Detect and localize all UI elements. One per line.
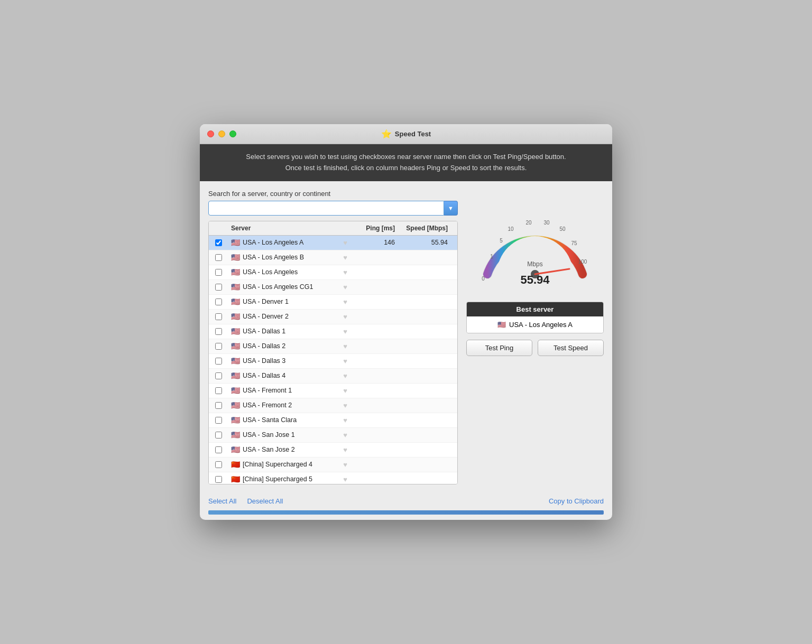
row-checkbox-cell <box>209 444 228 455</box>
header-line1: Select servers you wish to test using ch… <box>210 152 602 163</box>
favorite-icon[interactable]: ♥ <box>343 402 347 409</box>
table-header: Server Ping [ms] Speed [Mbps] <box>209 221 457 236</box>
favorite-icon[interactable]: ♥ <box>343 283 347 291</box>
row-server-cell: 🇺🇸 USA - Dallas 4 ♥ <box>228 370 350 382</box>
favorite-icon[interactable]: ♥ <box>343 313 347 321</box>
copy-clipboard-button[interactable]: Copy to Clipboard <box>549 497 604 505</box>
deselect-all-button[interactable]: Deselect All <box>247 497 283 505</box>
favorite-icon[interactable]: ♥ <box>343 475 347 483</box>
close-button[interactable] <box>207 130 214 137</box>
th-extra <box>451 225 457 232</box>
row-speed-cell: 55.94 <box>398 237 451 248</box>
row-speed-cell <box>398 403 451 407</box>
best-server-flag: 🇺🇸 <box>497 321 506 329</box>
row-checkbox[interactable] <box>215 358 222 365</box>
row-checkbox-cell <box>209 356 228 367</box>
row-checkbox[interactable] <box>215 402 222 409</box>
row-scroll-cell <box>451 285 457 289</box>
row-speed-cell <box>398 270 451 274</box>
row-checkbox[interactable] <box>215 432 222 438</box>
right-panel: 0 1 5 10 20 30 50 75 100 <box>466 190 604 484</box>
row-ping-cell <box>350 403 398 407</box>
favorite-icon[interactable]: ♥ <box>343 461 347 469</box>
maximize-button[interactable] <box>229 130 236 137</box>
row-scroll-cell <box>451 329 457 333</box>
row-checkbox[interactable] <box>215 476 222 483</box>
row-checkbox[interactable] <box>215 461 222 468</box>
header-banner: Select servers you wish to test using ch… <box>200 144 612 181</box>
row-server-cell: 🇺🇸 USA - Dallas 1 ♥ <box>228 325 350 338</box>
row-scroll-cell <box>451 359 457 363</box>
table-row: 🇨🇳 [China] Supercharged 4 ♥ <box>209 458 457 472</box>
favorite-icon[interactable]: ♥ <box>343 328 347 335</box>
row-checkbox-cell <box>209 237 228 248</box>
row-server-cell: 🇨🇳 [China] Supercharged 5 ♥ <box>228 473 350 484</box>
row-scroll-cell <box>451 418 457 422</box>
row-ping-cell <box>350 447 398 452</box>
row-speed-cell <box>398 329 451 333</box>
row-checkbox[interactable] <box>215 254 222 261</box>
test-ping-button[interactable]: Test Ping <box>466 340 532 356</box>
action-buttons: Test Ping Test Speed <box>466 340 604 356</box>
row-checkbox-cell <box>209 282 228 293</box>
row-checkbox[interactable] <box>215 269 222 276</box>
row-checkbox[interactable] <box>215 387 222 394</box>
svg-text:75: 75 <box>571 240 577 246</box>
left-panel: Search for a server, country or continen… <box>208 190 458 484</box>
test-speed-button[interactable]: Test Speed <box>538 340 604 356</box>
favorite-icon[interactable]: ♥ <box>343 372 347 380</box>
server-table: Server Ping [ms] Speed [Mbps] 🇺🇸 USA - L… <box>208 221 458 484</box>
row-server-cell: 🇺🇸 USA - San Jose 2 ♥ <box>228 444 350 456</box>
row-checkbox[interactable] <box>215 343 222 350</box>
best-server-value: 🇺🇸 USA - Los Angeles A <box>467 316 603 333</box>
favorite-icon[interactable]: ♥ <box>343 254 347 262</box>
table-row: 🇺🇸 USA - Dallas 1 ♥ <box>209 324 457 339</box>
favorite-icon[interactable]: ♥ <box>343 416 347 424</box>
svg-text:50: 50 <box>559 226 566 232</box>
server-name: [China] Supercharged 4 <box>243 461 312 468</box>
minimize-button[interactable] <box>218 130 225 137</box>
select-all-button[interactable]: Select All <box>208 497 236 505</box>
server-flag: 🇺🇸 <box>231 328 240 335</box>
table-row: 🇨🇳 [China] Supercharged 5 ♥ <box>209 472 457 484</box>
row-ping-cell: 146 <box>350 237 398 248</box>
th-speed: Speed [Mbps] <box>398 225 451 232</box>
row-speed-cell <box>398 388 451 393</box>
server-flag: 🇺🇸 <box>231 387 240 394</box>
favorite-icon[interactable]: ♥ <box>343 431 347 439</box>
favorite-icon[interactable]: ♥ <box>343 298 347 306</box>
row-checkbox-cell <box>209 296 228 307</box>
row-checkbox[interactable] <box>215 372 222 379</box>
favorite-icon[interactable]: ♥ <box>343 268 347 276</box>
row-checkbox-cell <box>209 311 228 322</box>
table-row: 🇺🇸 USA - Los Angeles B ♥ <box>209 250 457 265</box>
row-speed-cell <box>398 314 451 319</box>
row-server-cell: 🇺🇸 USA - Los Angeles CG1 ♥ <box>228 281 350 293</box>
favorite-icon[interactable]: ♥ <box>343 239 347 247</box>
row-ping-cell <box>350 374 398 378</box>
traffic-lights <box>207 130 236 137</box>
search-input[interactable] <box>208 201 444 216</box>
header-line2: Once test is finished, click on column h… <box>210 163 602 174</box>
row-checkbox[interactable] <box>215 417 222 424</box>
table-row: 🇺🇸 USA - San Jose 2 ♥ <box>209 443 457 458</box>
server-name: USA - Dallas 3 <box>243 357 285 365</box>
favorite-icon[interactable]: ♥ <box>343 387 347 395</box>
row-scroll-cell <box>451 433 457 437</box>
row-checkbox[interactable] <box>215 313 222 320</box>
row-scroll-cell <box>451 477 457 481</box>
row-ping-cell <box>350 359 398 363</box>
row-checkbox[interactable] <box>215 446 222 453</box>
row-checkbox[interactable] <box>215 328 222 335</box>
server-flag: 🇺🇸 <box>231 446 240 453</box>
best-server-box: Best server 🇺🇸 USA - Los Angeles A <box>466 302 604 333</box>
row-checkbox[interactable] <box>215 284 222 291</box>
table-row: 🇺🇸 USA - Dallas 2 ♥ <box>209 339 457 354</box>
favorite-icon[interactable]: ♥ <box>343 446 347 454</box>
server-flag: 🇺🇸 <box>231 431 240 438</box>
favorite-icon[interactable]: ♥ <box>343 357 347 365</box>
search-dropdown-button[interactable]: ▼ <box>444 201 458 216</box>
favorite-icon[interactable]: ♥ <box>343 342 347 350</box>
row-checkbox[interactable] <box>215 239 222 246</box>
row-checkbox[interactable] <box>215 298 222 305</box>
